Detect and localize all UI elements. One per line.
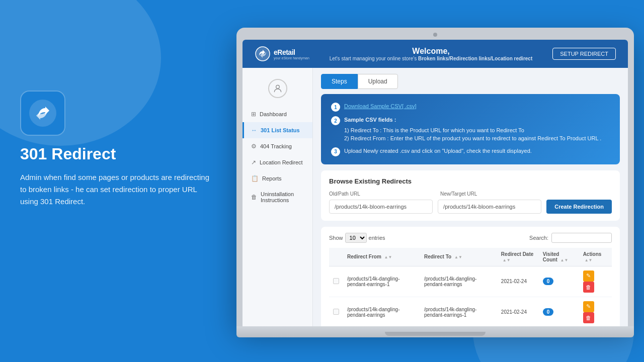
col-redirect-from: Redirect From ▲▼ bbox=[343, 248, 420, 266]
step-3-item: 3 Upload Newly created .csv and click on… bbox=[331, 147, 610, 156]
table-controls: Show 10 25 50 entries Search: bbox=[329, 233, 612, 243]
search-control: Search: bbox=[529, 233, 612, 243]
setup-redirect-button[interactable]: SETUP REDIRECT bbox=[552, 48, 616, 60]
laptop-foot bbox=[385, 332, 486, 336]
show-label: Show bbox=[329, 235, 343, 241]
row-actions-1: ✎ 🗑 bbox=[579, 297, 612, 326]
row-visited-count-0: 0 bbox=[539, 266, 579, 297]
redirect-icon bbox=[29, 100, 56, 127]
table-section: Show 10 25 50 entries Search: bbox=[321, 227, 620, 327]
sidebar-item-dashboard[interactable]: ⊞ Dashboard bbox=[243, 106, 312, 122]
tracking-icon: ⚙ bbox=[251, 143, 257, 150]
header-welcome: Welcome, bbox=[319, 47, 542, 56]
table-row: /products/14k-dangling-pendant-earrings … bbox=[329, 297, 612, 326]
header-sub: Let's start managing your online store's… bbox=[319, 56, 542, 61]
sidebar-item-uninstallation[interactable]: 🗑 Uninstallation Instructions bbox=[243, 187, 312, 208]
app-logo: eRetail your eStore handyman bbox=[255, 46, 309, 62]
laptop-base bbox=[236, 326, 634, 337]
sidebar-item-label-dashboard: Dashboard bbox=[260, 111, 287, 117]
row-redirect-to-1: /products/14k-dangling-pendant-earrings-… bbox=[420, 297, 497, 326]
sort-redirect-from[interactable]: ▲▼ bbox=[384, 255, 392, 259]
browse-section: Browse Existing Redirects Old/Path URL N… bbox=[321, 170, 620, 221]
browse-labels-row: Old/Path URL New/Target URL bbox=[329, 191, 612, 197]
reports-icon: 📋 bbox=[251, 175, 259, 182]
sidebar-item-label-404: 404 Tracking bbox=[260, 143, 292, 149]
header-sub-bold: Broken links/Redirection links/Location … bbox=[418, 56, 532, 61]
tabs-row: Steps Upload bbox=[321, 74, 620, 89]
download-csv-link[interactable]: Download Sample CSV[ .csv] bbox=[344, 103, 417, 109]
row-actions-0: ✎ 🗑 bbox=[579, 266, 612, 297]
logo-brand: eRetail bbox=[274, 48, 309, 56]
col-visited-count: Visited Count ▲▼ bbox=[539, 248, 579, 266]
header-sub-text: Let's start managing your online store's bbox=[330, 56, 418, 61]
sort-actions[interactable]: ▲▼ bbox=[585, 258, 593, 262]
header-center: Welcome, Let's start managing your onlin… bbox=[309, 47, 552, 61]
step-1-text: Download Sample CSV[ .csv] bbox=[344, 102, 417, 111]
old-path-input[interactable] bbox=[329, 200, 433, 214]
new-target-input[interactable] bbox=[438, 200, 541, 214]
svg-point-2 bbox=[276, 85, 279, 88]
step-2-number: 2 bbox=[331, 116, 340, 125]
step-1-item: 1 Download Sample CSV[ .csv] bbox=[331, 102, 610, 112]
sidebar-item-301-list-status[interactable]: ↔ 301 List Status bbox=[243, 122, 312, 138]
edit-button-1[interactable]: ✎ bbox=[583, 301, 594, 312]
entries-select[interactable]: 10 25 50 bbox=[345, 233, 367, 243]
main-content: Steps Upload 1 Download Sample CSV[ .csv… bbox=[313, 68, 628, 326]
old-path-label: Old/Path URL bbox=[329, 191, 435, 197]
row-redirect-date-0: 2021-02-24 bbox=[497, 266, 539, 297]
step-2-label: Sample CSV fields : bbox=[344, 116, 601, 124]
app-logo-box bbox=[20, 90, 65, 136]
sidebar-item-label-uninstall: Uninstallation Instructions bbox=[261, 191, 305, 203]
col-redirect-to: Redirect To ▲▼ bbox=[420, 248, 497, 266]
sidebar-item-label-301: 301 List Status bbox=[261, 127, 300, 133]
col-checkbox bbox=[329, 248, 343, 266]
entries-label: entries bbox=[369, 235, 385, 241]
row-redirect-from-1: /products/14k-dangling-pendant-earrings bbox=[343, 297, 420, 326]
dashboard-icon: ⊞ bbox=[251, 111, 256, 118]
app-header: eRetail your eStore handyman Welcome, Le… bbox=[243, 40, 628, 68]
row-checkbox-0[interactable] bbox=[333, 278, 339, 284]
tab-upload[interactable]: Upload bbox=[358, 74, 398, 89]
app-body: ⊞ Dashboard ↔ 301 List Status ⚙ 404 Trac… bbox=[243, 68, 628, 326]
tab-steps[interactable]: Steps bbox=[321, 74, 358, 89]
sidebar: ⊞ Dashboard ↔ 301 List Status ⚙ 404 Trac… bbox=[243, 68, 313, 326]
step-2-content: Sample CSV fields : 1) Redirect To : Thi… bbox=[344, 116, 601, 143]
user-icon bbox=[273, 83, 283, 94]
left-panel-title: 301 Redirect bbox=[20, 145, 211, 163]
step-3-number: 3 bbox=[331, 147, 340, 156]
eretail-logo-icon bbox=[255, 46, 271, 62]
create-redirection-button[interactable]: Create Redirection bbox=[546, 200, 612, 214]
left-panel: 301 Redirect Admin when find some pages … bbox=[20, 90, 211, 208]
laptop-camera-row bbox=[243, 33, 628, 40]
col-redirect-date: Redirect Date ▲▼ bbox=[497, 248, 539, 266]
steps-panel: 1 Download Sample CSV[ .csv] 2 Sample CS… bbox=[321, 94, 620, 164]
table-search-input[interactable] bbox=[551, 233, 612, 243]
table-row: /products/14k-dangling-pendant-earrings-… bbox=[329, 266, 612, 297]
row-redirect-date-1: 2021-02-24 bbox=[497, 297, 539, 326]
delete-button-1[interactable]: 🗑 bbox=[583, 312, 594, 323]
browse-section-title: Browse Existing Redirects bbox=[329, 177, 612, 185]
sort-redirect-to[interactable]: ▲▼ bbox=[454, 255, 462, 259]
delete-button-0[interactable]: 🗑 bbox=[583, 282, 594, 293]
new-target-label: New/Target URL bbox=[440, 191, 546, 197]
sort-redirect-date[interactable]: ▲▼ bbox=[503, 258, 511, 262]
sidebar-item-404-tracking[interactable]: ⚙ 404 Tracking bbox=[243, 138, 312, 154]
sort-visited-count[interactable]: ▲▼ bbox=[560, 258, 569, 262]
uninstall-icon: 🗑 bbox=[251, 194, 257, 201]
visited-badge-0: 0 bbox=[543, 278, 554, 285]
edit-button-0[interactable]: ✎ bbox=[583, 270, 594, 282]
row-checkbox-cell bbox=[329, 297, 343, 326]
laptop-screen: eRetail your eStore handyman Welcome, Le… bbox=[243, 40, 628, 326]
row-checkbox-cell bbox=[329, 266, 343, 297]
sidebar-avatar-section bbox=[243, 73, 312, 106]
row-checkbox-1[interactable] bbox=[333, 309, 339, 315]
sidebar-item-reports[interactable]: 📋 Reports bbox=[243, 170, 312, 187]
svg-point-0 bbox=[29, 100, 56, 127]
step-3-text: Upload Newly created .csv and click on "… bbox=[344, 147, 532, 155]
search-label: Search: bbox=[529, 235, 548, 241]
laptop-camera bbox=[433, 33, 437, 37]
sidebar-item-location-redirect[interactable]: ↗ Location Redirect bbox=[243, 154, 312, 170]
logo-text-group: eRetail your eStore handyman bbox=[274, 48, 309, 60]
step-2-field2: 2) Redirect From : Enter the URL of the … bbox=[344, 134, 601, 143]
sidebar-item-label-location: Location Redirect bbox=[260, 159, 303, 165]
